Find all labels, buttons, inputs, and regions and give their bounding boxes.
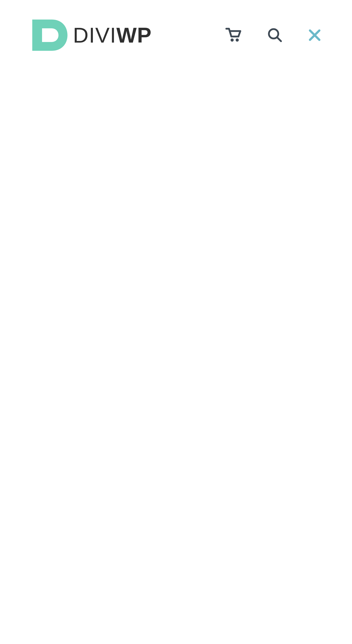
logo-text-bold: WP bbox=[116, 23, 152, 47]
logo-mark-icon bbox=[30, 18, 69, 53]
svg-line-3 bbox=[277, 37, 281, 41]
svg-point-0 bbox=[231, 38, 234, 42]
search-icon bbox=[267, 28, 282, 43]
logo-text-thin: DIVI bbox=[73, 23, 116, 47]
close-menu-button[interactable] bbox=[308, 28, 322, 42]
svg-point-1 bbox=[236, 38, 239, 42]
page: DIVIWP bbox=[0, 0, 352, 76]
header-icons bbox=[226, 28, 322, 43]
search-button[interactable] bbox=[267, 28, 282, 43]
site-header: DIVIWP bbox=[0, 0, 352, 76]
cart-button[interactable] bbox=[226, 28, 242, 43]
logo-text: DIVIWP bbox=[73, 24, 152, 46]
close-icon bbox=[308, 28, 322, 42]
site-logo[interactable]: DIVIWP bbox=[30, 18, 152, 53]
cart-icon bbox=[226, 28, 242, 43]
